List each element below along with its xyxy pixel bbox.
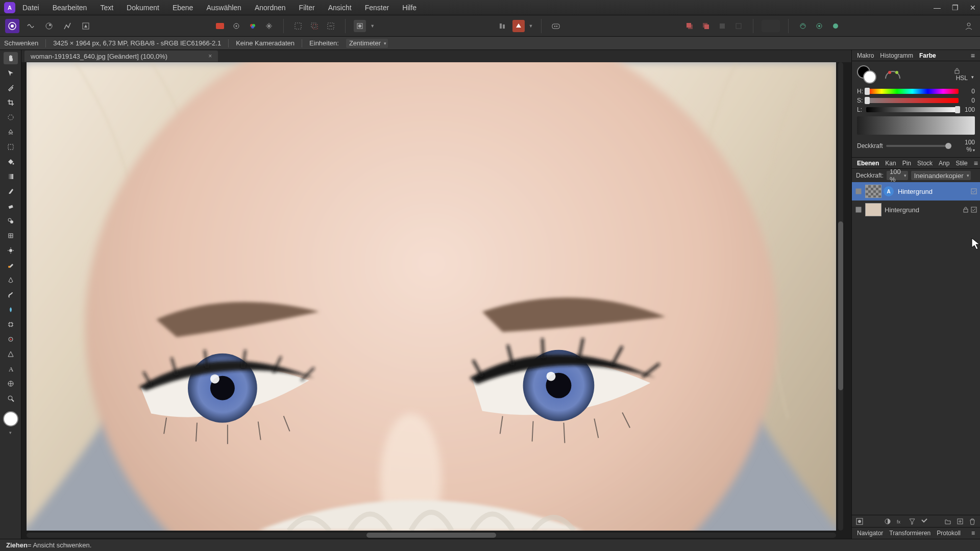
live-filters-button[interactable] [909,518,916,525]
sync-button-3[interactable] [829,20,842,32]
zoom-tool[interactable] [4,392,18,405]
fg-bg-swatch[interactable] [857,65,879,85]
mask-button[interactable] [856,518,863,525]
export-persona-icon[interactable] [79,19,93,33]
tab-transform[interactable]: Transformieren [889,530,930,537]
delete-layer-button[interactable] [969,518,976,525]
layer-row[interactable]: Hintergrund [852,201,980,219]
red-eye-tool[interactable] [4,333,18,345]
vector-brush-tool[interactable] [4,378,18,390]
selection-brush-tool[interactable] [4,111,18,123]
sat-value[interactable]: 0 [962,97,975,104]
window-maximize-button[interactable]: ❐ [952,4,959,12]
photo-persona-icon[interactable] [5,19,19,33]
fill-tool[interactable] [4,156,18,168]
arrange-back-button[interactable] [700,20,712,32]
menu-dokument[interactable]: Dokument [127,4,159,12]
menu-anordnen[interactable]: Anordnen [255,4,286,12]
panel-tab-makro[interactable]: Makro [857,52,874,59]
tab-history[interactable]: Protokoll [937,530,961,537]
alpha-gradient[interactable] [857,116,975,135]
units-dropdown[interactable]: Zentimeter [346,39,388,48]
opacity-slider[interactable] [886,145,951,147]
visibility-toggle[interactable] [855,188,862,195]
menu-filter[interactable]: Filter [299,4,315,12]
lock-icon[interactable] [954,68,960,74]
align-horizontal-button[interactable] [496,20,508,32]
menu-ebene[interactable]: Ebene [173,4,193,12]
panel-tab-stile[interactable]: Stile [955,160,967,167]
window-close-button[interactable]: ✕ [970,4,976,12]
arrange-inside-button[interactable] [716,20,728,32]
arrange-outside-button[interactable] [732,20,745,32]
dropdown-arrow-icon[interactable]: ▼ [529,23,533,29]
checkbox-icon[interactable] [971,188,977,194]
layer-opacity-dropdown[interactable]: 100 % [887,171,908,180]
sync-button-1[interactable] [797,20,809,32]
blend-mode-dropdown[interactable]: Ineinanderkopier [911,171,971,180]
blur-brush-tool[interactable] [4,304,18,316]
panel-tab-pin[interactable]: Pin [902,160,911,167]
add-layer-button[interactable] [957,518,964,525]
menu-text[interactable]: Text [100,4,113,12]
auto-levels-button[interactable] [230,20,242,32]
inpainting-brush-tool[interactable] [4,230,18,242]
menu-hilfe[interactable]: Hilfe [402,4,416,12]
quickmask-button[interactable] [354,20,366,32]
account-button[interactable] [963,20,975,32]
lig-value[interactable]: 100 [962,106,975,113]
menu-fenster[interactable]: Fenster [365,4,389,12]
lig-slider[interactable] [866,107,959,112]
layer-row[interactable]: A Hintergrund [852,182,980,201]
menu-auswählen[interactable]: Auswählen [206,4,241,12]
auto-colors-button[interactable] [247,20,259,32]
panel-tab-stock[interactable]: Stock [917,160,933,167]
red-swatch-button[interactable] [214,20,226,32]
arrange-front-button[interactable] [683,20,696,32]
menu-bearbeiten[interactable]: Bearbeiten [53,4,87,12]
sat-slider[interactable] [866,98,959,103]
more-tools-icon[interactable]: ▾ [9,430,12,435]
hue-slider[interactable] [866,89,959,94]
tonemap-persona-icon[interactable] [60,19,75,33]
assistant-button[interactable] [550,20,562,32]
fx-button[interactable]: fx [896,518,903,525]
selection-subtract-button[interactable] [325,20,337,32]
clone-brush-tool[interactable] [4,215,18,227]
document-tab[interactable]: woman-1919143_640.jpg [Geändert] (100,0%… [24,51,218,62]
color-wheel-icon[interactable] [884,67,902,83]
text-tool[interactable]: A [4,363,18,375]
panel-menu-icon[interactable]: ≡ [971,530,975,537]
horizontal-scrollbar[interactable] [27,532,836,539]
marquee-tool[interactable] [4,141,18,153]
window-minimize-button[interactable]: — [934,4,941,12]
hand-tool[interactable] [4,52,18,64]
canvas-viewport[interactable] [21,62,851,539]
smudge-brush-tool[interactable] [4,289,18,301]
flood-select-tool[interactable] [4,126,18,138]
tab-navigator[interactable]: Navigator [857,530,883,537]
crop-tool[interactable] [4,96,18,109]
vertical-scrollbar[interactable] [838,62,845,531]
grid-options-button[interactable] [762,20,780,32]
dropdown-arrow-icon[interactable]: ▼ [370,23,375,29]
move-tool[interactable] [4,67,18,79]
selection-add-button[interactable] [308,20,321,32]
paint-brush-tool[interactable] [4,185,18,197]
crop-to-button[interactable] [921,518,928,525]
selection-new-button[interactable] [292,20,304,32]
color-picker-tool[interactable] [4,82,18,94]
panel-tab-kan[interactable]: Kan [885,160,896,167]
panel-tab-histogramm[interactable]: Histogramm [880,52,913,59]
pen-tool[interactable] [4,274,18,286]
liquify-persona-icon[interactable] [23,19,38,33]
live-projection-button[interactable] [512,20,525,32]
color-mode-dropdown[interactable]: HSL [954,74,975,82]
sync-button-2[interactable] [813,20,825,32]
auto-whitebalance-button[interactable] [263,20,275,32]
menu-ansicht[interactable]: Ansicht [328,4,352,12]
erase-brush-tool[interactable] [4,200,18,212]
menu-datei[interactable]: Datei [22,4,39,12]
adjustments-button[interactable] [884,518,891,525]
panel-tab-ebenen[interactable]: Ebenen [857,160,879,167]
